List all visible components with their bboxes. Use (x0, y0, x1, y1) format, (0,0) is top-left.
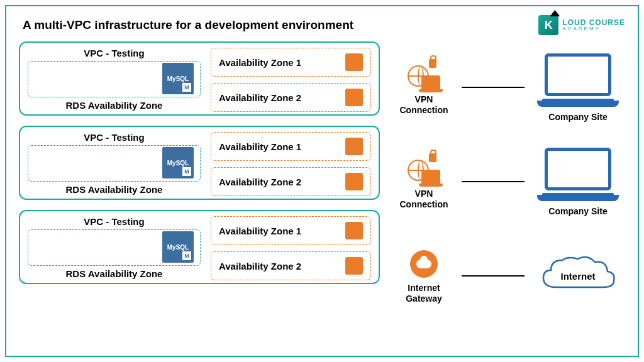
logo-text-bot: ACADEMY (562, 26, 625, 31)
mysql-icon: MySQL M (162, 231, 194, 263)
target-label: Company Site (548, 112, 607, 122)
vpc-column: VPC - Testing MySQL M RDS Availability Z… (19, 41, 380, 317)
az-box: Availability Zone 1 (211, 132, 371, 161)
az-box: Availability Zone 2 (211, 83, 371, 112)
az-square-icon (345, 173, 363, 190)
cloud-icon: Internet (537, 253, 619, 300)
diagram-title: A multi-VPC infrastructure for a develop… (23, 18, 353, 32)
vpc-box: VPC - Testing MySQL M RDS Availability Z… (19, 126, 380, 200)
az-box: Availability Zone 2 (211, 167, 371, 196)
rds-label: RDS Availability Zone (28, 100, 201, 111)
az-square-icon (345, 53, 363, 71)
connection-row: VPN Connection Company Site (392, 141, 625, 222)
az-square-icon (345, 138, 363, 155)
logo-icon: K (538, 15, 558, 35)
diagram-content: VPC - Testing MySQL M RDS Availability Z… (6, 38, 638, 317)
az-box: Availability Zone 1 (211, 216, 371, 245)
connection-line (462, 87, 525, 88)
connection-column: VPN Connection Company Site VPN Connecti… (392, 41, 625, 317)
rds-label: RDS Availability Zone (28, 268, 201, 279)
rds-zone: MySQL M (28, 229, 201, 266)
rds-zone: MySQL M (28, 61, 201, 97)
vpc-title: VPC - Testing (28, 216, 201, 227)
mysql-icon: MySQL M (162, 147, 194, 178)
connection-label: VPN Connection (392, 189, 455, 210)
connection-row: Internet Gateway Internet (392, 235, 625, 317)
az-box: Availability Zone 1 (211, 48, 371, 77)
rds-zone: MySQL M (28, 145, 201, 182)
connection-line (462, 275, 525, 277)
vpc-title: VPC - Testing (28, 48, 201, 58)
connection-label: Internet Gateway (392, 283, 455, 304)
connection-label: VPN Connection (392, 94, 455, 116)
vpc-box: VPC - Testing MySQL M RDS Availability Z… (19, 41, 380, 116)
connection-row: VPN Connection Company Site (392, 47, 625, 128)
mysql-icon: MySQL M (162, 63, 194, 94)
target-label: Internet (560, 271, 595, 282)
internet-gateway-icon (408, 248, 440, 280)
brand-logo: K LOUD COURSE ACADEMY (538, 15, 625, 35)
laptop-icon (537, 148, 619, 201)
laptop-icon (537, 53, 619, 107)
rds-label: RDS Availability Zone (28, 184, 201, 195)
vpn-icon (408, 59, 440, 92)
header: A multi-VPC infrastructure for a develop… (6, 6, 638, 38)
az-square-icon (345, 257, 363, 275)
vpn-icon (408, 153, 440, 186)
target-label: Company Site (548, 206, 607, 216)
az-square-icon (345, 222, 363, 239)
connection-line (462, 181, 525, 182)
vpc-box: VPC - Testing MySQL M RDS Availability Z… (19, 210, 380, 284)
az-square-icon (345, 89, 363, 106)
az-box: Availability Zone 2 (211, 251, 371, 280)
diagram-frame: A multi-VPC infrastructure for a develop… (5, 5, 639, 357)
vpc-title: VPC - Testing (28, 132, 201, 143)
